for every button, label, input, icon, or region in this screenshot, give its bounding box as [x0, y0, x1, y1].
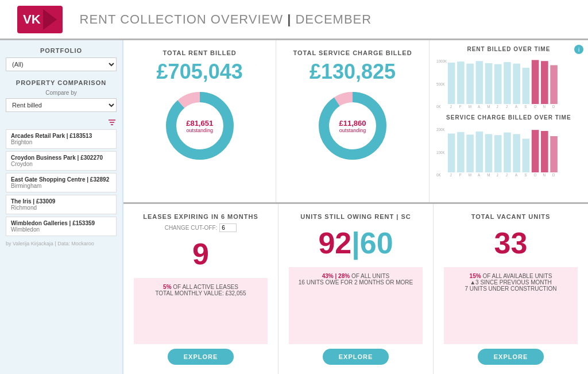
compare-by-label: Compare by: [6, 90, 117, 96]
svg-text:J: J: [450, 173, 451, 177]
svg-text:N: N: [543, 173, 546, 177]
top-row: TOTAL RENT BILLED £705,043 £81,651 outst…: [123, 40, 588, 204]
cutoff-input[interactable]: [219, 223, 237, 232]
list-item[interactable]: Croydon Business Park | £302270 Croydon: [6, 151, 117, 171]
logo-chevron-icon: [43, 9, 57, 30]
svg-text:S: S: [524, 173, 527, 177]
rent-donut-center: £81,651 outstanding: [186, 119, 213, 133]
main-layout: PORTFOLIO (All) PROPERTY COMPARISON Comp…: [0, 40, 588, 374]
units-owing-explore-button[interactable]: EXPLORE: [323, 349, 389, 365]
property-city: Birmingham: [11, 183, 111, 189]
property-list-header: [6, 118, 117, 127]
svg-rect-46: [513, 134, 520, 172]
rent-billed-title: TOTAL RENT BILLED: [163, 49, 237, 56]
property-city: Richmond: [11, 205, 111, 211]
svg-text:J: J: [496, 105, 498, 109]
vacant-stat-box: 15% OF ALL AVAILABLE UNITS ▲3 SINCE PREV…: [444, 267, 578, 344]
rent-billed-card: TOTAL RENT BILLED £705,043 £81,651 outst…: [123, 40, 276, 202]
svg-rect-45: [504, 133, 511, 172]
property-city: Croydon: [11, 161, 111, 167]
rent-outstanding-value: £81,651: [186, 119, 213, 128]
property-name: Croydon Business Park | £302270: [11, 155, 111, 161]
svg-text:J: J: [505, 105, 507, 109]
leases-stat2: TOTAL MONTHLY VALUE: £32,055: [141, 290, 261, 296]
svg-text:M: M: [469, 105, 471, 109]
svg-rect-49: [541, 131, 548, 172]
svg-text:O: O: [533, 173, 536, 177]
bottom-row: LEASES EXPIRING IN 6 MONTHS CHANGE CUT-O…: [123, 204, 588, 374]
header: VK RENT COLLECTION OVERVIEW | DECEMBER: [0, 0, 588, 40]
charts-card: i RENT BILLED OVER TIME 1000K 500K 0K: [430, 40, 588, 202]
svg-rect-22: [541, 61, 548, 104]
svg-text:N: N: [543, 105, 546, 109]
list-item[interactable]: The Iris | £33009 Richmond: [6, 195, 117, 214]
svg-text:0K: 0K: [436, 105, 442, 109]
property-city: Brighton: [11, 139, 111, 145]
svg-rect-48: [532, 130, 539, 172]
units-owing-stat2: 16 UNITS OWE FOR 2 MONTHS OR MORE: [296, 279, 416, 286]
leases-explore-button[interactable]: EXPLORE: [168, 349, 234, 365]
service-outstanding-label: outstanding: [339, 128, 366, 133]
property-city: Wimbledon: [11, 226, 111, 233]
svg-text:J: J: [496, 173, 498, 177]
rent-over-time-title: RENT BILLED OVER TIME: [467, 46, 550, 52]
page-title: RENT COLLECTION OVERVIEW | DECEMBER: [80, 12, 372, 27]
svg-text:F: F: [459, 105, 461, 109]
svg-text:A: A: [478, 173, 481, 177]
svg-text:A: A: [515, 173, 518, 177]
property-name: East Gate Shopping Centre | £32892: [11, 176, 111, 183]
rent-bar-chart: 1000K 500K 0K J: [436, 55, 581, 112]
vacant-value: 33: [494, 228, 528, 258]
units-owing-title: UNITS STILL OWING RENT | SC: [300, 213, 411, 220]
svg-text:0K: 0K: [436, 173, 442, 177]
svg-rect-47: [522, 138, 529, 172]
svg-rect-18: [504, 62, 511, 104]
svg-text:F: F: [459, 173, 461, 177]
sidebar: PORTFOLIO (All) PROPERTY COMPARISON Comp…: [0, 40, 123, 374]
service-donut-center: £11,860 outstanding: [339, 119, 366, 133]
svg-text:J: J: [450, 105, 451, 109]
units-owing-value: 92|60: [318, 228, 393, 258]
list-item[interactable]: East Gate Shopping Centre | £32892 Birmi…: [6, 173, 117, 192]
vacant-stat3: 7 UNITS UNDER CONSTRUCTION: [451, 286, 571, 292]
property-name: The Iris | £33009: [11, 198, 111, 205]
content-area: TOTAL RENT BILLED £705,043 £81,651 outst…: [123, 40, 588, 374]
units-owing-card: UNITS STILL OWING RENT | SC 92|60 43% | …: [278, 204, 434, 374]
svg-rect-50: [550, 136, 558, 172]
leases-title: LEASES EXPIRING IN 6 MONTHS: [143, 213, 258, 220]
rent-donut-chart: £81,651 outstanding: [163, 88, 237, 163]
svg-text:A: A: [478, 105, 481, 109]
svg-rect-21: [532, 60, 539, 104]
svg-rect-13: [457, 61, 465, 104]
property-name: Wimbledon Galleries | £153359: [11, 220, 111, 226]
service-bar-chart: 200K 100K 0K J F M: [436, 123, 581, 180]
vacant-explore-button[interactable]: EXPLORE: [478, 349, 544, 365]
svg-rect-20: [522, 68, 529, 104]
info-icon[interactable]: i: [574, 45, 583, 54]
property-comparison-label: PROPERTY COMPARISON: [6, 79, 117, 86]
compare-by-select[interactable]: Rent billed: [6, 98, 117, 112]
rent-billed-value: £705,043: [157, 60, 243, 84]
svg-text:200K: 200K: [436, 128, 446, 132]
svg-rect-17: [494, 64, 502, 104]
svg-rect-19: [513, 64, 520, 104]
svg-text:M: M: [487, 105, 490, 109]
property-list: Arcades Retail Park | £183513 Brighton C…: [6, 129, 117, 236]
logo-text: VK: [23, 12, 41, 27]
svg-rect-42: [475, 132, 483, 172]
vacant-stat1: 15% OF ALL AVAILABLE UNITS: [451, 273, 571, 279]
portfolio-label: PORTFOLIO: [6, 47, 117, 54]
service-over-time-title: SERVICE CHARGE BILLED OVER TIME: [446, 114, 571, 121]
portfolio-select[interactable]: (All): [6, 57, 117, 71]
units-owing-stat-box: 43% | 28% OF ALL UNITS 16 UNITS OWE FOR …: [289, 267, 423, 344]
list-item[interactable]: Arcades Retail Park | £183513 Brighton: [6, 129, 117, 149]
units-owing-stat1: 43% | 28% OF ALL UNITS: [296, 273, 416, 279]
filter-icon[interactable]: [107, 118, 117, 127]
leases-stat1: 5% OF ALL ACTIVE LEASES: [141, 284, 261, 290]
vacant-units-card: TOTAL VACANT UNITS 33 15% OF ALL AVAILAB…: [434, 204, 588, 374]
svg-text:M: M: [469, 173, 471, 177]
leases-card: LEASES EXPIRING IN 6 MONTHS CHANGE CUT-O…: [123, 204, 278, 374]
leases-stat-box: 5% OF ALL ACTIVE LEASES TOTAL MONTHLY VA…: [134, 278, 268, 344]
svg-rect-40: [457, 132, 465, 172]
list-item[interactable]: Wimbledon Galleries | £153359 Wimbledon: [6, 217, 117, 236]
